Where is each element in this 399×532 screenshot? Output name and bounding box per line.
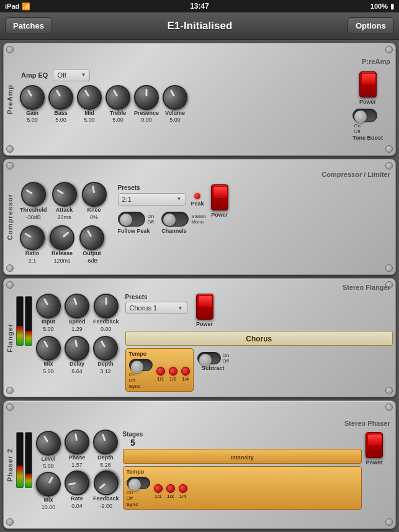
tone-boost-toggle[interactable] xyxy=(352,109,377,122)
phaser-level-value: 5.00 xyxy=(43,463,54,469)
flanger-tempo-dot-3-circle[interactable] xyxy=(181,367,190,376)
patches-button[interactable]: Patches xyxy=(5,17,52,34)
flanger-feedback-knob[interactable] xyxy=(94,294,119,318)
amp-eq-label: Amp EQ xyxy=(21,71,48,79)
phaser-mix-value: 10.00 xyxy=(42,504,56,510)
options-button[interactable]: Options xyxy=(347,17,394,34)
phaser-tempo-dot-1-label: 1/1 xyxy=(155,494,161,499)
phaser-rate-label: Rate xyxy=(71,496,83,502)
presence-knob[interactable] xyxy=(134,85,159,110)
tone-boost-off: Off xyxy=(354,128,361,135)
flanger-speed-knob[interactable] xyxy=(61,291,92,322)
flanger-presets-dropdown[interactable]: Chorus 1 ▼ xyxy=(125,302,187,314)
flanger-tempo-row: On Off Sync 1/1 xyxy=(129,359,190,389)
phaser-tempo-dot-3-circle[interactable] xyxy=(179,484,187,493)
phaser-phase-knob[interactable] xyxy=(63,428,91,456)
output-label: Output xyxy=(83,251,101,257)
release-knob[interactable] xyxy=(45,220,79,255)
flanger-tempo-dot-1-circle[interactable] xyxy=(156,367,165,376)
treble-value: 5.00 xyxy=(112,117,123,123)
screw-flanger-bl xyxy=(6,387,14,394)
comp-presets-dropdown[interactable]: 2:1 ▼ xyxy=(118,193,186,205)
flanger-sync-off: Off xyxy=(129,377,153,383)
follow-peak-toggle[interactable] xyxy=(118,212,145,227)
phaser-sync-toggle[interactable] xyxy=(127,477,150,489)
phaser-rate-knob[interactable] xyxy=(63,468,91,497)
flanger-sync-toggle[interactable] xyxy=(129,359,153,371)
flanger-vu-left xyxy=(16,296,24,346)
bass-value: 5.00 xyxy=(55,117,66,123)
presence-knob-group: Presence 0.00 xyxy=(134,85,159,124)
phaser-tempo-dot-1-circle[interactable] xyxy=(154,484,163,493)
gain-knob[interactable] xyxy=(16,80,50,114)
ratio-knob-group: Ratio 2:1 xyxy=(20,225,45,264)
phaser-mix-knob[interactable] xyxy=(32,467,66,501)
phaser-tempo-row: On Off Sync 1/1 xyxy=(127,477,358,507)
phaser-mix-label: Mix xyxy=(43,497,53,503)
phaser-level-knob[interactable] xyxy=(32,426,66,460)
phaser-tempo-dot-2-label: 1/2 xyxy=(167,494,174,499)
phaser-tempo-dots: 1/1 1/2 1/4 xyxy=(154,484,187,499)
channels-mono: Mono xyxy=(191,219,206,225)
phaser-vu-bar-left xyxy=(17,466,23,487)
volume-knob[interactable] xyxy=(158,80,192,114)
volume-value: 5.00 xyxy=(169,117,181,123)
flanger-input-knob[interactable] xyxy=(32,289,66,323)
subtract-toggle[interactable] xyxy=(197,352,221,364)
phaser-depth-knob[interactable] xyxy=(89,426,121,458)
phaser-sync-on: On xyxy=(127,490,150,495)
threshold-value: -30dB xyxy=(26,214,41,220)
treble-knob[interactable] xyxy=(101,80,135,114)
flanger-depth-value: 3.12 xyxy=(100,368,111,374)
ratio-knob[interactable] xyxy=(16,220,50,255)
flanger-tempo-box: Tempo On Off Sync xyxy=(125,348,194,392)
amp-eq-value: Off xyxy=(57,71,66,79)
phaser-feedback-value: -9.00 xyxy=(100,503,113,509)
channels-toggle[interactable] xyxy=(161,212,189,227)
ratio-label: Ratio xyxy=(25,251,40,257)
output-knob[interactable] xyxy=(75,220,109,255)
flanger-tempo-dot-2: 1/2 xyxy=(169,367,177,382)
flanger-depth-knob-group: Depth 3.12 xyxy=(93,336,118,374)
mid-knob[interactable] xyxy=(73,80,107,114)
comp-power-switch: Power xyxy=(211,184,228,218)
flanger-mix-knob[interactable] xyxy=(32,331,66,366)
phaser-sync-off: Off xyxy=(127,495,150,501)
tone-boost-label: Tone Boost xyxy=(352,135,383,142)
preamp-brand: P:reAmp xyxy=(362,58,390,65)
phaser-tempo-dot-2-circle[interactable] xyxy=(166,484,175,493)
attack-knob[interactable] xyxy=(47,177,81,211)
comp-presets-arrow: ▼ xyxy=(177,196,182,202)
release-knob-group: Release 120ms xyxy=(50,225,74,264)
mid-knob-group: Mid 5.00 xyxy=(77,85,102,124)
status-bar: iPad 📶 13:47 100% ▮ xyxy=(0,0,399,12)
flanger-delay-knob[interactable] xyxy=(63,334,91,363)
mid-value: 5.00 xyxy=(84,117,95,123)
amp-eq-dropdown[interactable]: Off ▼ xyxy=(53,69,90,81)
attack-knob-group: Attack 20ms xyxy=(52,182,77,220)
flanger-power-toggle[interactable] xyxy=(196,294,213,320)
treble-label: Treble xyxy=(110,110,127,117)
subtract-group: On Off Subtract xyxy=(197,348,230,371)
screw-flanger-tl xyxy=(6,281,14,289)
phaser-depth-label: Depth xyxy=(97,455,114,461)
preamp-panel: PreAmp P:reAmp Amp EQ Off ▼ xyxy=(3,43,396,156)
phaser-tempo-dot-3-label: 1/4 xyxy=(179,494,186,499)
status-right: 100% ▮ xyxy=(370,2,394,11)
flanger-vu-right xyxy=(25,296,32,346)
release-label: Release xyxy=(52,251,73,257)
screw-comp-tl xyxy=(6,162,14,169)
preamp-power-toggle[interactable] xyxy=(359,71,377,97)
output-value: -6dB xyxy=(86,258,97,264)
knee-knob[interactable] xyxy=(79,180,108,209)
phaser-tempo-title: Tempo xyxy=(127,469,358,475)
phaser-power-toggle[interactable] xyxy=(365,432,383,458)
flanger-tempo-dot-2-circle[interactable] xyxy=(169,367,177,376)
flanger-mix-value: 5.00 xyxy=(43,368,54,374)
comp-power-toggle[interactable] xyxy=(211,184,228,210)
threshold-knob[interactable] xyxy=(16,177,50,211)
bass-knob[interactable] xyxy=(44,80,78,114)
wifi-icon: 📶 xyxy=(22,2,30,11)
flanger-depth-knob[interactable] xyxy=(89,331,123,366)
phaser-feedback-label: Feedback xyxy=(93,496,119,502)
